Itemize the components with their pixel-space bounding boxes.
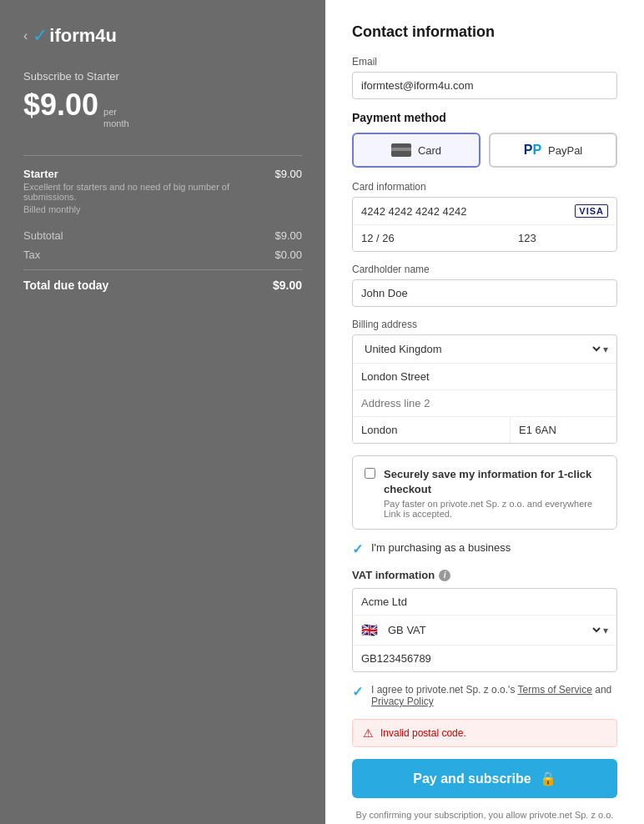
email-field[interactable] — [352, 72, 617, 99]
billing-street-row — [353, 364, 616, 390]
billing-split-row — [353, 417, 616, 443]
vat-info-icon: i — [439, 570, 450, 581]
save-info-title: Securely save my information for 1-click… — [384, 468, 591, 495]
subtotal-value: $9.00 — [274, 229, 302, 242]
vat-number-input[interactable] — [361, 652, 608, 665]
card-payment-button[interactable]: Card — [352, 133, 480, 168]
gb-flag-icon: 🇬🇧 — [361, 622, 378, 638]
billing-country-row: United Kingdom ▾ — [353, 335, 616, 364]
privacy-link[interactable]: Privacy Policy — [371, 696, 434, 707]
cardholder-group: Cardholder name — [352, 264, 617, 307]
paypal-payment-button[interactable]: PP PayPal — [489, 133, 617, 168]
terms-row: ✓ I agree to privote.net Sp. z o.o.'s Te… — [352, 684, 617, 707]
logo-check-icon: ✓ — [33, 25, 48, 47]
billing-country-select[interactable]: United Kingdom — [361, 342, 603, 356]
vat-country-select[interactable]: GB VAT — [385, 623, 603, 637]
tax-value: $0.00 — [274, 249, 302, 261]
payment-methods: Card PP PayPal — [352, 133, 617, 168]
billing-line2-row — [353, 390, 616, 417]
total-row: Total due today $9.00 — [23, 269, 302, 292]
business-checkbox-label: I'm purchasing as a business — [371, 541, 511, 554]
billing-group: Billing address United Kingdom ▾ — [352, 319, 617, 444]
left-panel: ‹ ✓ iform4u Subscribe to Starter $9.00 p… — [0, 0, 325, 824]
terms-and: and — [592, 684, 611, 696]
vat-title: VAT information i — [352, 569, 617, 581]
vat-number-row — [353, 646, 616, 671]
total-value: $9.00 — [273, 279, 302, 292]
pay-button-label: Pay and subscribe — [413, 771, 531, 786]
error-icon: ⚠ — [363, 726, 374, 740]
card-info-group: Card information VISA — [352, 181, 617, 252]
card-number-row: VISA — [353, 198, 616, 225]
vat-company-input[interactable] — [361, 595, 608, 608]
right-panel: Contact information Email Payment method… — [325, 0, 644, 824]
plan-price: $9.00 — [274, 168, 302, 180]
error-box: ⚠ Invalid postal code. — [352, 719, 617, 747]
payment-method-title: Payment method — [352, 111, 617, 124]
terms-text: I agree to privote.net Sp. z o.o.'s Term… — [371, 684, 617, 707]
save-info-box: Securely save my information for 1-click… — [352, 455, 617, 530]
vat-country-row: 🇬🇧 GB VAT ▾ — [353, 615, 616, 646]
plan-desc: Excellent for starters and no need of bi… — [23, 182, 274, 202]
business-check-icon: ✓ — [352, 541, 363, 557]
terms-check-icon: ✓ — [352, 684, 363, 700]
billing-label: Billing address — [352, 319, 617, 330]
save-info-sub: Pay faster on privote.net Sp. z o.o. and… — [384, 499, 605, 519]
card-cvc-input[interactable] — [518, 232, 617, 244]
subscribe-label: Subscribe to Starter — [23, 70, 302, 83]
pay-button[interactable]: Pay and subscribe 🔒 — [352, 759, 617, 798]
card-expiry-input[interactable] — [353, 225, 510, 251]
visa-badge: VISA — [575, 204, 608, 218]
card-info-box: VISA — [352, 197, 617, 252]
email-group: Email — [352, 56, 617, 99]
tax-row: Tax $0.00 — [23, 249, 302, 261]
contact-title: Contact information — [352, 23, 617, 41]
vat-company-row — [353, 589, 616, 615]
cardholder-input[interactable] — [352, 279, 617, 307]
billing-box: United Kingdom ▾ — [352, 334, 617, 444]
billing-postcode-input[interactable] — [511, 417, 617, 443]
total-label: Total due today — [23, 279, 108, 292]
lock-icon: 🔒 — [540, 771, 556, 786]
vat-chevron-icon: ▾ — [603, 625, 608, 636]
vat-box: 🇬🇧 GB VAT ▾ — [352, 588, 617, 672]
email-label: Email — [352, 56, 617, 68]
logo-text: iform4u — [49, 25, 117, 47]
subtotal-label: Subtotal — [23, 229, 63, 242]
billing-city-input[interactable] — [353, 417, 511, 443]
price-row: $9.00 permonth — [23, 88, 302, 130]
card-cvc-wrapper — [510, 225, 617, 251]
plan-name: Starter — [23, 168, 274, 180]
summary-section: Subtotal $9.00 Tax $0.00 Total due today… — [23, 229, 302, 292]
billing-line2-input[interactable] — [361, 397, 608, 409]
price-amount: $9.00 — [23, 88, 98, 123]
plan-line-item: Starter Excellent for starters and no ne… — [23, 168, 302, 214]
card-label: Card — [418, 144, 441, 157]
billing-street-input[interactable] — [361, 370, 608, 383]
card-bottom-row — [353, 225, 616, 251]
plan-billed: Billed monthly — [23, 204, 274, 214]
tax-label: Tax — [23, 249, 40, 261]
card-info-label: Card information — [352, 181, 617, 193]
card-icon — [391, 143, 411, 157]
logo-area: ‹ ✓ iform4u — [23, 25, 302, 47]
confirm-text: By confirming your subscription, you all… — [352, 808, 617, 824]
error-text: Invalid postal code. — [380, 727, 466, 739]
paypal-label: PayPal — [548, 144, 582, 157]
cardholder-label: Cardholder name — [352, 264, 617, 275]
paypal-icon: PP — [524, 143, 541, 158]
price-period: permonth — [103, 106, 129, 130]
business-checkbox-row: ✓ I'm purchasing as a business — [352, 541, 617, 557]
save-info-text: Securely save my information for 1-click… — [384, 466, 605, 519]
chevron-down-icon: ▾ — [603, 344, 608, 355]
subtotal-row: Subtotal $9.00 — [23, 229, 302, 242]
terms-link[interactable]: Terms of Service — [518, 684, 592, 696]
back-arrow-icon[interactable]: ‹ — [23, 28, 28, 43]
save-info-checkbox[interactable] — [365, 468, 375, 479]
card-number-input[interactable] — [361, 205, 575, 218]
terms-prefix: I agree to privote.net Sp. z o.o.'s — [371, 684, 518, 696]
